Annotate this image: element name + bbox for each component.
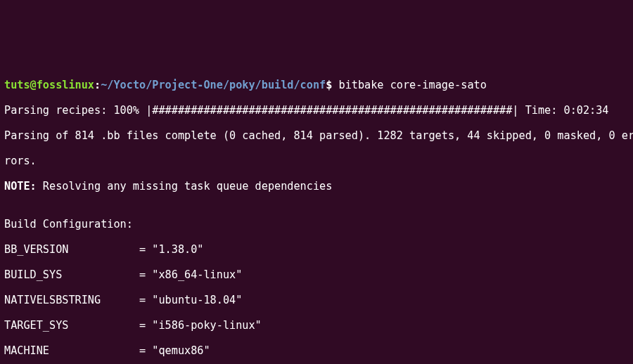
prompt-line[interactable]: tuts@fosslinux:~/Yocto/Project-One/poky/… [4, 79, 629, 91]
conf-nativelsb: NATIVELSBSTRING = "ubuntu-18.04" [4, 294, 629, 306]
conf-build-sys: BUILD_SYS = "x86_64-linux" [4, 268, 629, 281]
note-label: NOTE: [4, 180, 37, 193]
prompt-colon: : [94, 79, 101, 91]
prompt-dollar: $ [326, 79, 332, 91]
user-host: tuts@fosslinux [4, 79, 94, 91]
parsing-recipes-line: Parsing recipes: 100% |#################… [4, 104, 629, 117]
build-conf-header: Build Configuration: [4, 218, 629, 230]
terminal-output: tuts@fosslinux:~/Yocto/Project-One/poky/… [0, 63, 633, 364]
command-text: bitbake core-image-sato [332, 79, 486, 91]
note-resolve-line: NOTE: Resolving any missing task queue d… [4, 180, 629, 193]
parsing-summary-line-1: Parsing of 814 .bb files complete (0 cac… [4, 129, 629, 142]
note-text: Resolving any missing task queue depende… [37, 180, 333, 193]
conf-bb-version: BB_VERSION = "1.38.0" [4, 243, 629, 256]
parsing-summary-line-2: rors. [4, 155, 629, 167]
conf-machine: MACHINE = "qemux86" [4, 344, 629, 357]
conf-target-sys: TARGET_SYS = "i586-poky-linux" [4, 319, 629, 332]
cwd: ~/Yocto/Project-One/poky/build/conf [101, 79, 326, 91]
